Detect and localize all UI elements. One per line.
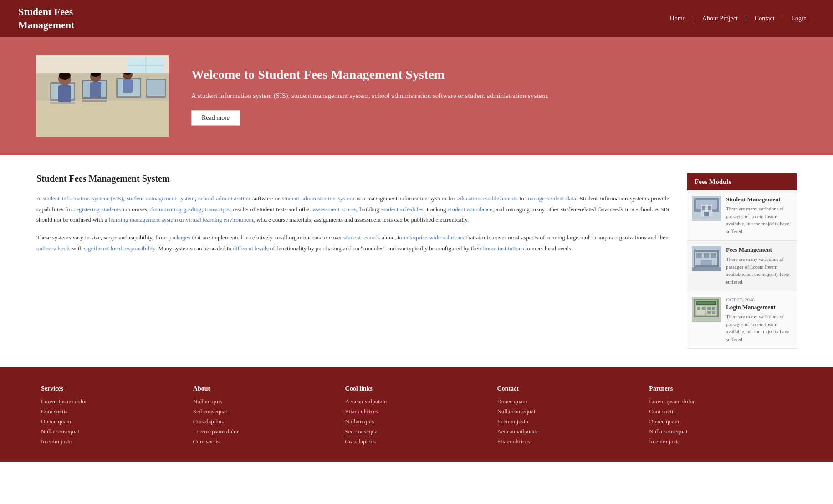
footer-col-services: Services Lorem Ipsum dolor Cum sociis Do… <box>36 385 189 448</box>
sidebar-item-2: Fees Management There are many variation… <box>687 241 797 291</box>
main-paragraph-2: These systems vary in size, scope and ca… <box>36 232 669 254</box>
sidebar-item-3-info: OCT 27, 2048 Login Management There are … <box>726 297 792 343</box>
link-online-schools[interactable]: online schools <box>36 245 71 252</box>
svg-rect-16 <box>90 82 101 98</box>
footer-contact-list: Donec quam Nulla consequat In enim justo… <box>497 398 640 445</box>
footer-services-item-4: Nulla consequat <box>41 428 184 435</box>
nav-home[interactable]: Home <box>662 15 694 22</box>
nav-about[interactable]: About Project <box>694 15 746 22</box>
svg-rect-48 <box>702 307 705 310</box>
main-nav: Home About Project Contact Login <box>662 15 815 22</box>
link-sms[interactable]: student management system <box>127 195 195 202</box>
svg-rect-37 <box>711 253 716 258</box>
footer-about-item-4: Lorem ipsum dolor <box>193 428 336 435</box>
link-school-admin[interactable]: school administration <box>199 195 250 202</box>
svg-rect-35 <box>696 253 702 258</box>
footer-about-item-3: Cras dapibus <box>193 418 336 425</box>
svg-rect-13 <box>58 85 71 102</box>
footer-contact-item-3: In enim justo <box>497 418 640 425</box>
footer-services-item-1: Lorem Ipsum dolor <box>41 398 184 405</box>
svg-rect-30 <box>708 206 711 210</box>
link-doc[interactable]: documenting grading <box>150 206 201 213</box>
sidebar-item-2-title: Fees Management <box>726 246 792 254</box>
footer-about-list: Nullam quis Sed consequat Cras dapibus L… <box>193 398 336 445</box>
svg-rect-9 <box>147 80 165 96</box>
link-local[interactable]: local responsibility <box>111 245 155 252</box>
link-sched[interactable]: student schedules <box>381 206 423 213</box>
footer-coollinks-item-5: Cras dapibus <box>345 438 488 445</box>
footer-services-item-2: Cum sociis <box>41 408 184 415</box>
footer-coollinks-link-1[interactable]: Aenean vulputate <box>345 398 387 405</box>
sidebar-item-3-date: OCT 27, 2048 <box>726 297 792 302</box>
footer-contact-item-4: Aenean vulputate <box>497 428 640 435</box>
footer-about-heading: About <box>193 385 336 392</box>
nav-login[interactable]: Login <box>783 15 815 22</box>
footer-services-item-3: Donec quam <box>41 418 184 425</box>
footer-col-partners: Partners Lorem ipsum dolor Cum sociis Do… <box>644 385 797 448</box>
hero-text: Welcome to Student Fees Management Syste… <box>191 66 797 126</box>
footer-partners-item-3: Donec quam <box>649 418 792 425</box>
link-significant[interactable]: significant <box>84 245 109 252</box>
main-section-title: Student Fees Management System <box>36 173 669 184</box>
sidebar-header: Fees Module <box>687 173 797 190</box>
link-home-inst[interactable]: home institutions <box>483 245 524 252</box>
link-packages[interactable]: packages <box>169 234 190 241</box>
main-content: Student Fees Management System A student… <box>36 173 669 349</box>
footer-columns: Services Lorem Ipsum dolor Cum sociis Do… <box>36 385 797 448</box>
hero-section: Welcome to Student Fees Management Syste… <box>0 37 833 155</box>
svg-rect-51 <box>707 311 711 314</box>
svg-rect-31 <box>704 212 709 216</box>
footer-about-item-1: Nullam quis <box>193 398 336 405</box>
sidebar-item-1-desc: There are many variations of passages of… <box>726 205 792 235</box>
footer-contact-item-2: Nulla consequat <box>497 408 640 415</box>
sidebar-item-3: OCT 27, 2048 Login Management There are … <box>687 291 797 349</box>
footer-about-item-5: Cum sociis <box>193 438 336 445</box>
link-sas[interactable]: student administration system <box>282 195 354 202</box>
footer-coollinks-link-5[interactable]: Cras dapibus <box>345 438 376 445</box>
footer-partners-item-4: Nulla consequat <box>649 428 792 435</box>
site-title-line1: Student Fees <box>18 6 73 17</box>
link-records[interactable]: student records <box>344 234 380 241</box>
footer-services-list: Lorem Ipsum dolor Cum sociis Donec quam … <box>41 398 184 445</box>
footer-coollinks-link-3[interactable]: Nullam quis <box>345 418 374 425</box>
svg-rect-39 <box>692 267 721 271</box>
footer-partners-item-2: Cum sociis <box>649 408 792 415</box>
svg-rect-44 <box>697 302 715 304</box>
footer-col-about: About Nullam quis Sed consequat Cras dap… <box>189 385 341 448</box>
nav-contact[interactable]: Contact <box>746 15 783 22</box>
svg-rect-49 <box>707 307 711 310</box>
link-manage[interactable]: manage student data <box>526 195 576 202</box>
footer-coollinks-item-1: Aenean vulputate <box>345 398 488 405</box>
sidebar-item-1-info: Student Management There are many variat… <box>726 196 792 235</box>
link-sis[interactable]: student information system (SIS) <box>42 195 123 202</box>
footer-col-contact: Contact Donec quam Nulla consequat In en… <box>492 385 644 448</box>
link-register[interactable]: registering students <box>74 206 121 213</box>
footer-coollinks-link-4[interactable]: Sed consequat <box>345 428 379 435</box>
link-lms[interactable]: learning management system <box>109 216 178 223</box>
svg-rect-11 <box>82 100 107 102</box>
link-assess[interactable]: assessment scores <box>313 206 357 213</box>
footer-services-heading: Services <box>41 385 184 392</box>
link-edu[interactable]: education establishments <box>457 195 517 202</box>
svg-rect-29 <box>702 206 705 210</box>
footer-coollinks-link-2[interactable]: Etiam ultrices <box>345 408 378 415</box>
link-enterprise[interactable]: enterprise-wide <box>404 234 441 241</box>
link-solutions[interactable]: solutions <box>443 234 464 241</box>
sidebar: Fees Module Student Management There are… <box>687 173 797 349</box>
read-more-button[interactable]: Read more <box>191 110 240 126</box>
footer-partners-list: Lorem ipsum dolor Cum sociis Donec quam … <box>649 398 792 445</box>
footer-about-item-2: Sed consequat <box>193 408 336 415</box>
hero-image <box>36 55 169 137</box>
footer-partners-item-5: In enim justo <box>649 438 792 445</box>
sidebar-thumb-1 <box>692 196 721 221</box>
sidebar-item-3-title: Login Management <box>726 304 792 311</box>
link-attend[interactable]: student attendance <box>448 206 492 213</box>
link-trans[interactable]: transcripts <box>205 206 230 213</box>
svg-rect-50 <box>712 307 715 310</box>
sidebar-item-2-info: Fees Management There are many variation… <box>726 246 792 285</box>
link-levels[interactable]: different levels <box>233 245 268 252</box>
footer-services-item-5: In enim justo <box>41 438 184 445</box>
sidebar-thumb-2 <box>692 246 721 271</box>
sidebar-item-1: Student Management There are many variat… <box>687 190 797 241</box>
link-vle[interactable]: virtual learning environment <box>186 216 254 223</box>
